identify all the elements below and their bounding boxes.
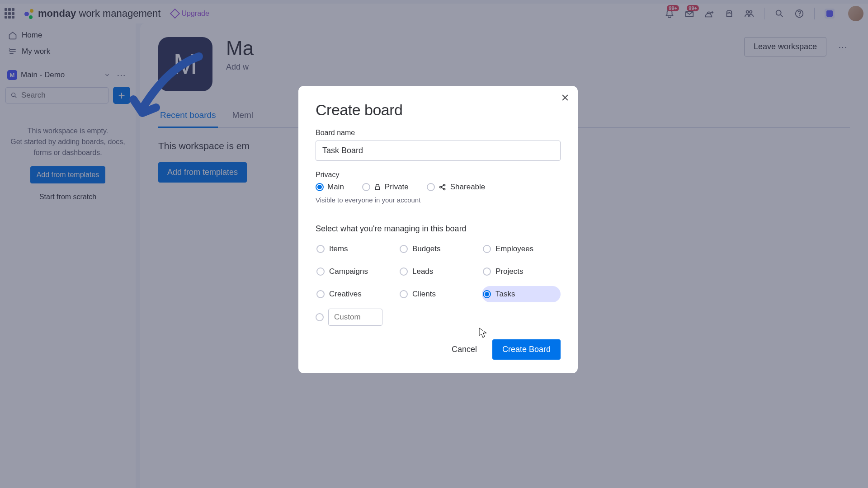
close-icon bbox=[561, 93, 570, 102]
manage-option-custom-input[interactable] bbox=[328, 309, 382, 326]
radio-icon bbox=[400, 267, 408, 276]
manage-option-employees[interactable]: Employees bbox=[482, 241, 561, 257]
radio-icon bbox=[427, 183, 435, 191]
cancel-button[interactable]: Cancel bbox=[445, 340, 483, 359]
privacy-option-shareable[interactable]: Shareable bbox=[427, 183, 486, 192]
privacy-private-label: Private bbox=[385, 183, 409, 192]
manage-option-tasks[interactable]: Tasks bbox=[482, 286, 561, 302]
board-name-label: Board name bbox=[316, 129, 561, 137]
manage-option-items[interactable]: Items bbox=[316, 241, 394, 257]
create-board-button[interactable]: Create Board bbox=[492, 339, 561, 360]
privacy-option-private[interactable]: Private bbox=[362, 183, 409, 192]
radio-selected-icon bbox=[483, 290, 491, 298]
manage-option-clients[interactable]: Clients bbox=[399, 286, 477, 302]
create-board-modal: Create board Board name Privacy Main Pri… bbox=[298, 86, 578, 373]
lock-icon bbox=[374, 183, 381, 191]
radio-icon bbox=[362, 183, 370, 191]
privacy-label: Privacy bbox=[316, 171, 561, 179]
radio-icon[interactable] bbox=[316, 313, 324, 321]
manage-option-budgets[interactable]: Budgets bbox=[399, 241, 477, 257]
manage-option-leads[interactable]: Leads bbox=[399, 263, 477, 280]
radio-icon bbox=[400, 245, 408, 253]
radio-icon bbox=[483, 267, 491, 276]
radio-icon bbox=[316, 290, 325, 298]
divider bbox=[316, 214, 561, 214]
manage-option-projects[interactable]: Projects bbox=[482, 263, 561, 280]
privacy-main-label: Main bbox=[327, 183, 344, 192]
modal-title: Create board bbox=[316, 101, 561, 119]
managing-label: Select what you're managing in this boar… bbox=[316, 224, 561, 234]
privacy-shareable-label: Shareable bbox=[450, 183, 486, 192]
manage-option-campaigns[interactable]: Campaigns bbox=[316, 263, 394, 280]
manage-option-creatives[interactable]: Creatives bbox=[316, 286, 394, 302]
radio-icon bbox=[316, 267, 325, 276]
radio-selected-icon bbox=[316, 183, 324, 191]
close-button[interactable] bbox=[561, 93, 570, 102]
radio-icon bbox=[483, 245, 491, 253]
privacy-hint: Visible to everyone in your account bbox=[316, 196, 561, 204]
share-icon bbox=[439, 183, 447, 191]
board-name-input[interactable] bbox=[316, 141, 561, 161]
radio-icon bbox=[316, 245, 325, 253]
radio-icon bbox=[400, 290, 408, 298]
privacy-option-main[interactable]: Main bbox=[316, 183, 344, 192]
